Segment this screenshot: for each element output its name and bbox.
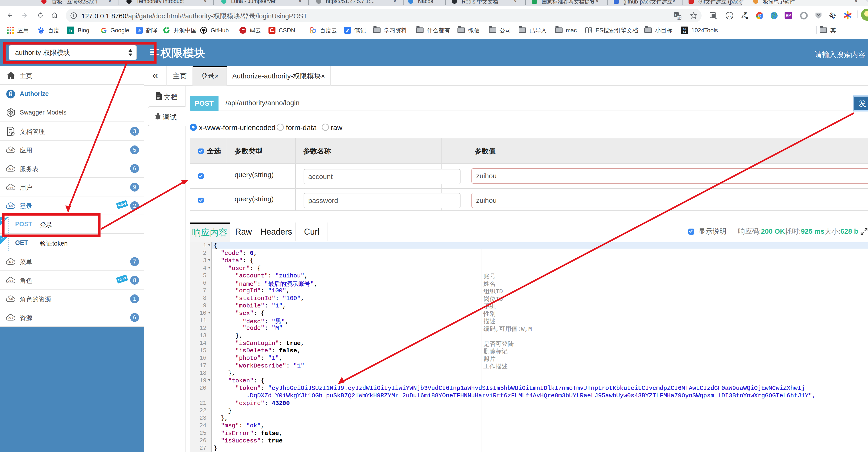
svg-text:API: API [8, 279, 13, 282]
svg-text:10: 10 [683, 28, 686, 31]
svg-text:du: du [40, 31, 42, 33]
svg-text:译: 译 [137, 28, 141, 32]
svg-text:译: 译 [678, 16, 681, 19]
svg-text:API: API [8, 298, 13, 301]
svg-text:en: en [742, 15, 746, 19]
svg-text:24: 24 [683, 31, 686, 34]
svg-text:b: b [69, 28, 72, 33]
svg-text:API: API [8, 260, 13, 264]
svg-text:API: API [8, 186, 13, 189]
svg-text:API: API [8, 316, 13, 319]
svg-text:API: API [8, 167, 13, 171]
svg-text:y: y [587, 29, 588, 31]
svg-text:{..}: {..} [726, 15, 733, 18]
svg-text:RP: RP [786, 13, 791, 18]
svg-text:Zip: Zip [830, 16, 835, 19]
svg-text:9: 9 [590, 29, 591, 31]
svg-text:API: API [8, 205, 13, 208]
svg-text:Git: Git [830, 12, 835, 16]
svg-text:API: API [8, 149, 13, 152]
